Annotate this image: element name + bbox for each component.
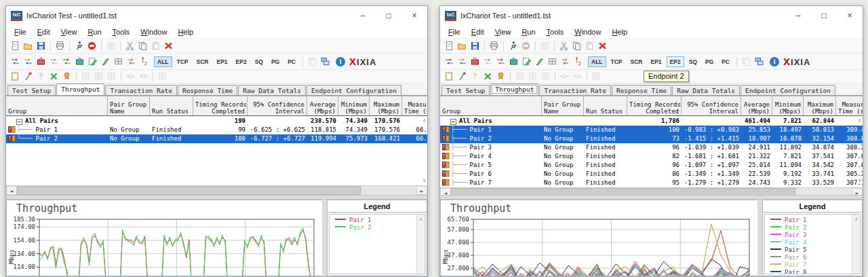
clipboard-icon[interactable] [9, 71, 21, 82]
column-header[interactable]: 95% ConfidenceInterval [248, 96, 307, 115]
column-header[interactable]: 95% ConfidenceInterval [682, 96, 741, 115]
pair-row-pair-1[interactable]: ├──── Pair 1No GroupFinished99-6.625 : +… [6, 126, 427, 134]
menu-window[interactable]: Window [135, 28, 172, 36]
add-pair-icon[interactable] [9, 56, 21, 67]
filter-ep2-button[interactable]: EP2 [667, 56, 684, 67]
swap-endpoints-icon[interactable] [125, 56, 137, 67]
print-icon[interactable] [54, 41, 66, 52]
column-header[interactable]: Run Status [584, 96, 627, 115]
sign-test-icon[interactable] [100, 56, 111, 67]
pair-row-pair-3[interactable]: ├──── Pair 3No GroupFinished96-1.039 : +… [440, 143, 863, 152]
tab-endpoint-configuration[interactable]: Endpoint Configuration [741, 85, 835, 95]
menu-tools[interactable]: Tools [541, 28, 570, 36]
menu-help[interactable]: Help [606, 28, 633, 36]
copy-icon[interactable] [571, 41, 583, 52]
scroll-right-icon[interactable]: ► [852, 188, 863, 195]
edit-pair-icon[interactable] [87, 56, 98, 67]
filter-pg-button[interactable]: PG [702, 56, 717, 67]
scroll-down-icon[interactable]: ∨ [422, 177, 426, 183]
column-header[interactable]: Group [6, 96, 108, 115]
collapse-icon[interactable]: − [16, 119, 22, 125]
delete-icon[interactable] [597, 41, 608, 52]
filter-all-button[interactable]: ALL [154, 56, 172, 67]
add-video-pair-icon[interactable] [469, 56, 481, 67]
add-voip-pair-icon[interactable] [22, 56, 34, 67]
tab-raw-data-totals[interactable]: Raw Data Totals [672, 85, 740, 95]
info-icon[interactable]: i [336, 57, 345, 67]
tab-test-setup[interactable]: Test Setup [441, 85, 490, 95]
close-button[interactable]: × [401, 7, 427, 24]
filter-pc-button[interactable]: PC [718, 56, 733, 67]
copy-icon[interactable] [137, 41, 149, 52]
pair-row-pair-1[interactable]: ├──── Pair 1No GroupFinished100-0.983 : … [440, 126, 863, 134]
edit-pair-icon[interactable] [521, 56, 532, 67]
tab-response-time[interactable]: Response Time [178, 85, 237, 95]
wizard-icon[interactable] [456, 71, 468, 82]
menu-edit[interactable]: Edit [466, 28, 490, 36]
filter-ep1-button[interactable]: EP1 [647, 56, 665, 67]
minimize-button[interactable]: – [785, 7, 811, 24]
horizontal-scrollbar[interactable]: ◄ ► [440, 187, 863, 195]
pair-row-pair-4[interactable]: ├──── Pair 4No GroupFinished82-1.681 : +… [440, 152, 863, 161]
menu-tools[interactable]: Tools [107, 28, 136, 36]
horizontal-splitter[interactable] [6, 195, 427, 200]
add-pair-group-icon[interactable] [482, 56, 494, 67]
web-view-icon[interactable] [319, 56, 331, 67]
collapse-icon[interactable]: − [450, 119, 456, 125]
all-pairs-row[interactable]: −All Pairs1,786461.4947.82162.844 [440, 116, 863, 126]
award-icon[interactable] [61, 71, 73, 82]
view-pairs-icon[interactable] [113, 56, 124, 67]
scroll-left-icon[interactable]: ◄ [6, 186, 17, 195]
filter-tcp-button[interactable]: TCP [608, 56, 626, 67]
maximize-button[interactable]: □ [376, 7, 401, 24]
legend-scrollbar[interactable]: ∧ [416, 215, 425, 274]
horizontal-splitter[interactable] [440, 195, 863, 200]
add-pair-group-icon[interactable] [48, 56, 60, 67]
info-icon[interactable]: i [770, 57, 779, 67]
menu-edit[interactable]: Edit [32, 28, 56, 36]
maximize-button[interactable]: □ [811, 7, 837, 24]
scrollbar-thumb[interactable] [451, 188, 795, 195]
filter-scr-button[interactable]: SCR [193, 56, 212, 67]
add-hardware-voip-pair-icon[interactable] [74, 56, 85, 67]
scroll-right-icon[interactable]: ► [416, 186, 427, 195]
pair-row-pair-2[interactable]: └──── Pair 2No GroupFinished100-6.727 : … [6, 134, 427, 143]
clipboard-icon[interactable] [443, 71, 455, 82]
add-pair-icon[interactable] [443, 56, 455, 67]
filter-tcp-button[interactable]: TCP [174, 56, 192, 67]
group-x-icon[interactable] [482, 71, 494, 82]
filter-ep1-button[interactable]: EP1 [213, 56, 231, 67]
run-test-icon[interactable] [507, 41, 519, 52]
run-test-icon[interactable] [73, 41, 85, 52]
tab-response-time[interactable]: Response Time [612, 85, 671, 95]
column-header[interactable]: MeasuredTime (sec) [402, 96, 427, 115]
column-header[interactable]: Pair GroupName [542, 96, 584, 115]
menu-run[interactable]: Run [82, 28, 106, 36]
all-pairs-row[interactable]: −All Pairs199238.57074.349170.576 [6, 116, 427, 126]
save-icon[interactable] [35, 41, 47, 52]
tab-transaction-rate[interactable]: Transaction Rate [539, 85, 611, 95]
close-button[interactable]: × [837, 7, 863, 24]
qos-icon[interactable]: !2 [138, 56, 150, 67]
scroll-left-icon[interactable]: ◄ [440, 188, 451, 195]
menu-view[interactable]: View [490, 28, 517, 36]
menu-file[interactable]: File [9, 28, 32, 36]
column-header[interactable]: Maximum(Mbps) [370, 96, 402, 115]
cut-icon[interactable] [124, 41, 136, 52]
web-view-icon[interactable] [753, 56, 765, 67]
tab-raw-data-totals[interactable]: Raw Data Totals [238, 85, 306, 95]
filter-ep2-button[interactable]: EP2 [233, 56, 250, 67]
column-header[interactable]: Average(Mbps) [741, 96, 772, 115]
scrollbar-thumb[interactable] [17, 186, 361, 195]
open-folder-icon[interactable] [22, 41, 34, 52]
add-hardware-pair-icon[interactable] [495, 56, 507, 67]
add-hardware-pair-icon[interactable] [61, 56, 73, 67]
save-icon[interactable] [469, 41, 481, 52]
vertical-splitter[interactable] [757, 200, 762, 276]
qos-icon[interactable]: !2 [572, 56, 584, 67]
tab-endpoint-configuration[interactable]: Endpoint Configuration [307, 85, 401, 95]
menu-file[interactable]: File [443, 28, 466, 36]
filter-all-button[interactable]: ALL [588, 56, 606, 67]
column-header[interactable]: Minimum(Mbps) [772, 96, 804, 115]
new-document-icon[interactable] [9, 41, 21, 52]
